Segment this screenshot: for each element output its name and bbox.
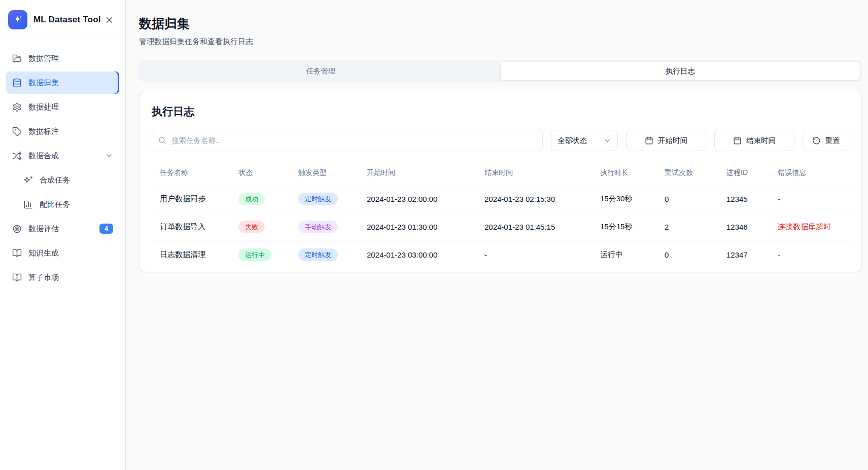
sparkle-icon <box>12 14 23 25</box>
folder-icon <box>12 54 22 63</box>
status-filter-select[interactable]: 全部状态 <box>551 130 618 151</box>
sidebar-item-label: 数据标注 <box>28 127 59 136</box>
retry-count-cell: 0 <box>656 241 718 269</box>
sidebar-item-data-evaluation[interactable]: 数据评估 4 <box>6 218 119 240</box>
task-name: 用户数据同步 <box>152 185 230 213</box>
sidebar-item-synthesis-tasks[interactable]: 合成任务 <box>6 169 119 191</box>
column-header: 状态 <box>230 162 290 185</box>
end-time-button[interactable]: 结束时间 <box>714 130 794 151</box>
card-title: 执行日志 <box>152 104 849 119</box>
start-time-button[interactable]: 开始时间 <box>626 130 706 151</box>
sidebar-item-knowledge-generation[interactable]: 知识生成 <box>6 242 119 264</box>
sidebar: ML Dataset Tool 数据管理 数据归集 数据处理 数据标注 数据合成 <box>0 0 126 470</box>
sidebar-close-button[interactable] <box>102 13 116 27</box>
status-filter-value: 全部状态 <box>558 136 587 146</box>
sidebar-item-data-processing[interactable]: 数据处理 <box>6 96 119 118</box>
gear-icon <box>12 102 22 112</box>
process-id-cell: 12346 <box>718 213 770 241</box>
search-field-wrap <box>152 130 543 151</box>
column-header: 重试次数 <box>656 162 718 185</box>
sparkles-icon <box>23 175 33 185</box>
calendar-icon <box>733 136 742 145</box>
column-header: 错误信息 <box>770 162 849 185</box>
execution-log-card: 执行日志 全部状态 开始时间 结束时间 重置 <box>139 91 862 272</box>
filter-row: 全部状态 开始时间 结束时间 重置 <box>152 130 849 151</box>
table-row: 用户数据同步 成功 定时触发 2024-01-23 02:00:00 2024-… <box>152 185 849 213</box>
chevron-down-icon <box>105 152 113 160</box>
book-icon <box>12 273 22 282</box>
search-icon <box>158 136 166 144</box>
bar-chart-icon <box>23 200 33 209</box>
error-message-cell: - <box>770 185 849 213</box>
start-time-cell: 2024-01-23 03:00:00 <box>359 241 476 269</box>
trigger-type-badge: 手动触发 <box>298 221 338 233</box>
sidebar-item-label: 数据管理 <box>28 54 59 63</box>
trigger-type-badge: 定时触发 <box>298 193 338 205</box>
process-id-cell: 12345 <box>718 185 770 213</box>
sidebar-item-label: 算子市场 <box>28 273 59 282</box>
tab-task-management[interactable]: 任务管理 <box>141 62 501 80</box>
end-time-cell: - <box>476 241 592 269</box>
table-header-row: 任务名称 状态 触发类型 开始时间 结束时间 执行时长 重试次数 进程ID 错误… <box>152 162 849 185</box>
start-time-cell: 2024-01-23 02:00:00 <box>359 185 476 213</box>
reset-button[interactable]: 重置 <box>803 130 849 151</box>
search-input[interactable] <box>152 130 543 151</box>
sidebar-item-ratio-tasks[interactable]: 配比任务 <box>6 193 119 215</box>
target-icon <box>12 224 22 234</box>
duration-cell: 15分30秒 <box>592 185 656 213</box>
evaluation-count-badge: 4 <box>99 224 113 234</box>
tab-execution-logs[interactable]: 执行日志 <box>501 62 860 80</box>
sidebar-item-data-collection[interactable]: 数据归集 <box>6 71 119 94</box>
table-row: 订单数据导入 失败 手动触发 2024-01-23 01:30:00 2024-… <box>152 213 849 241</box>
tag-icon <box>12 127 22 136</box>
task-name: 订单数据导入 <box>152 213 230 241</box>
column-header: 结束时间 <box>476 162 592 185</box>
sidebar-item-data-annotation[interactable]: 数据标注 <box>6 120 119 142</box>
end-time-cell: 2024-01-23 01:45:15 <box>476 213 592 241</box>
status-badge: 失败 <box>238 221 265 233</box>
reset-icon <box>812 136 821 145</box>
column-header: 开始时间 <box>359 162 476 185</box>
sidebar-nav: 数据管理 数据归集 数据处理 数据标注 数据合成 合成任务 配比任务 <box>0 40 125 298</box>
database-icon <box>12 78 22 88</box>
sidebar-item-label: 合成任务 <box>40 175 70 185</box>
start-time-cell: 2024-01-23 01:30:00 <box>359 213 476 241</box>
error-message-cell: - <box>770 241 849 269</box>
sidebar-item-label: 知识生成 <box>28 248 59 258</box>
column-header: 执行时长 <box>592 162 656 185</box>
main-content: 数据归集 管理数据归集任务和查看执行日志 任务管理 执行日志 执行日志 全部状态… <box>126 0 868 470</box>
book-icon <box>12 248 22 258</box>
status-badge: 成功 <box>238 193 265 205</box>
retry-count-cell: 0 <box>656 185 718 213</box>
sidebar-item-label: 数据合成 <box>28 151 59 161</box>
page-title: 数据归集 <box>139 15 862 32</box>
column-header: 进程ID <box>718 162 770 185</box>
shuffle-icon <box>12 151 22 161</box>
reset-label: 重置 <box>825 136 840 146</box>
calendar-icon <box>645 136 653 145</box>
close-icon <box>105 15 114 25</box>
process-id-cell: 12347 <box>718 241 770 269</box>
table-row: 日志数据清理 运行中 定时触发 2024-01-23 03:00:00 - 运行… <box>152 241 849 269</box>
sidebar-item-label: 数据归集 <box>28 78 59 88</box>
sidebar-item-data-synthesis[interactable]: 数据合成 <box>6 144 119 167</box>
sidebar-item-label: 数据评估 <box>28 224 59 234</box>
tab-bar: 任务管理 执行日志 <box>139 60 862 82</box>
sidebar-item-operator-market[interactable]: 算子市场 <box>6 266 119 288</box>
column-header: 触发类型 <box>290 162 359 185</box>
end-time-cell: 2024-01-23 02:15:30 <box>476 185 592 213</box>
duration-cell: 15分15秒 <box>592 213 656 241</box>
start-time-label: 开始时间 <box>658 136 687 146</box>
sidebar-item-label: 配比任务 <box>40 200 70 209</box>
trigger-type-badge: 定时触发 <box>298 248 338 261</box>
sidebar-item-label: 数据处理 <box>28 102 59 112</box>
app-title: ML Dataset Tool <box>33 15 102 25</box>
log-table: 任务名称 状态 触发类型 开始时间 结束时间 执行时长 重试次数 进程ID 错误… <box>152 162 849 269</box>
log-table-body: 用户数据同步 成功 定时触发 2024-01-23 02:00:00 2024-… <box>152 185 849 269</box>
task-name: 日志数据清理 <box>152 241 230 269</box>
sidebar-item-data-management[interactable]: 数据管理 <box>6 47 119 69</box>
end-time-label: 结束时间 <box>746 136 776 146</box>
duration-cell: 运行中 <box>592 241 656 269</box>
page-subtitle: 管理数据归集任务和查看执行日志 <box>139 37 862 47</box>
status-badge: 运行中 <box>238 248 271 261</box>
